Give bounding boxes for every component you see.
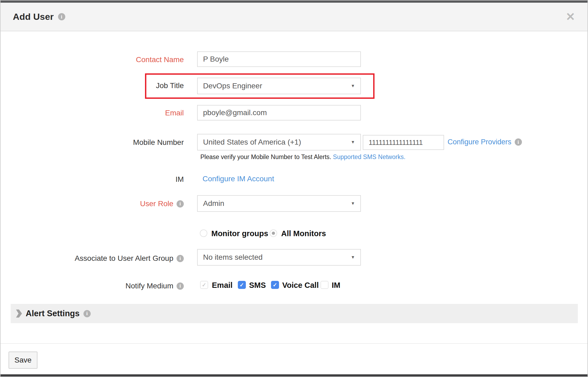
all-monitors-radio[interactable] [270, 229, 277, 237]
modal-header: Add User i ✕ [1, 3, 587, 31]
notify-sms-checkbox[interactable]: ✓ [238, 281, 246, 289]
email-field[interactable] [197, 105, 361, 120]
alert-settings-title: Alert Settings [26, 309, 80, 318]
monitor-groups-radio-label[interactable]: Monitor groups [211, 229, 268, 238]
alert-group-select[interactable]: No items selected ▼ [197, 249, 361, 266]
notify-email-label[interactable]: Email [212, 281, 232, 289]
window-bottom-edge [1, 374, 587, 376]
user-role-value: Admin [203, 199, 224, 208]
user-role-label-text: User Role [140, 199, 173, 208]
info-icon[interactable]: i [177, 200, 184, 208]
mobile-helper-static: Please verify your Mobile Number to Test… [200, 153, 331, 160]
mobile-number-label-text: Mobile Number [133, 138, 184, 147]
notify-im-label[interactable]: IM [332, 281, 340, 289]
save-button[interactable]: Save [9, 352, 37, 369]
all-monitors-radio-label[interactable]: All Monitors [281, 229, 326, 238]
im-label: IM [1, 175, 184, 184]
mobile-number-input[interactable] [363, 135, 444, 150]
info-icon[interactable]: i [515, 138, 522, 146]
notify-medium-label: Notify Medium i [1, 282, 184, 290]
notify-im-checkbox[interactable] [320, 281, 329, 289]
supported-sms-networks-link[interactable]: Supported SMS Networks. [333, 153, 406, 160]
configure-providers-link[interactable]: Configure Providers [448, 138, 511, 146]
job-title-value: DevOps Engineer [203, 82, 262, 90]
job-title-select[interactable]: DevOps Engineer ▼ [197, 78, 361, 94]
contact-name-label: Contact Name [1, 55, 184, 64]
country-code-value: United States of America (+1) [203, 138, 301, 146]
configure-im-account-link[interactable]: Configure IM Account [203, 175, 274, 183]
alert-group-value: No items selected [203, 253, 263, 261]
chevron-down-icon: ▼ [351, 140, 355, 144]
notify-email-checkbox[interactable]: ✓ [200, 281, 208, 289]
email-label: Email [1, 109, 184, 117]
window-top-edge [1, 1, 587, 3]
info-icon[interactable]: i [58, 13, 65, 20]
notify-voice-call-label[interactable]: Voice Call [282, 281, 319, 289]
notify-voice-call-checkbox[interactable]: ✓ [271, 281, 279, 289]
info-icon[interactable]: i [177, 255, 184, 262]
user-role-select[interactable]: Admin ▼ [197, 195, 361, 212]
job-title-label: Job Title [1, 81, 184, 90]
page-title: Add User [13, 12, 54, 22]
chevron-down-icon: ▼ [351, 84, 355, 88]
alert-group-label: Associate to User Alert Group i [1, 254, 184, 263]
contact-name-label-text: Contact Name [136, 55, 184, 64]
chevron-down-icon: ▼ [351, 255, 355, 259]
close-icon[interactable]: ✕ [566, 11, 575, 22]
alert-group-label-text: Associate to User Alert Group [75, 254, 173, 263]
im-label-text: IM [175, 175, 184, 184]
chevron-down-icon: ▼ [351, 201, 355, 206]
configure-providers-row: Configure Providers i [448, 138, 522, 146]
add-user-modal: Add User i ✕ Contact Name Job Title DevO… [0, 0, 588, 377]
email-label-text: Email [165, 109, 184, 117]
notify-medium-label-text: Notify Medium [125, 282, 173, 290]
notify-sms-label[interactable]: SMS [249, 281, 266, 289]
chevron-right-icon [16, 310, 22, 318]
mobile-helper-text: Please verify your Mobile Number to Test… [200, 153, 406, 161]
info-icon[interactable]: i [177, 282, 184, 290]
monitor-groups-radio[interactable] [200, 229, 207, 237]
info-icon[interactable]: i [83, 310, 91, 317]
country-code-select[interactable]: United States of America (+1) ▼ [197, 134, 361, 150]
mobile-number-label: Mobile Number [1, 138, 184, 147]
contact-name-input[interactable] [197, 51, 361, 67]
footer-divider [1, 343, 587, 344]
user-role-label: User Role i [1, 199, 184, 208]
alert-settings-section[interactable]: Alert Settings i [11, 304, 578, 323]
job-title-label-text: Job Title [156, 81, 184, 90]
